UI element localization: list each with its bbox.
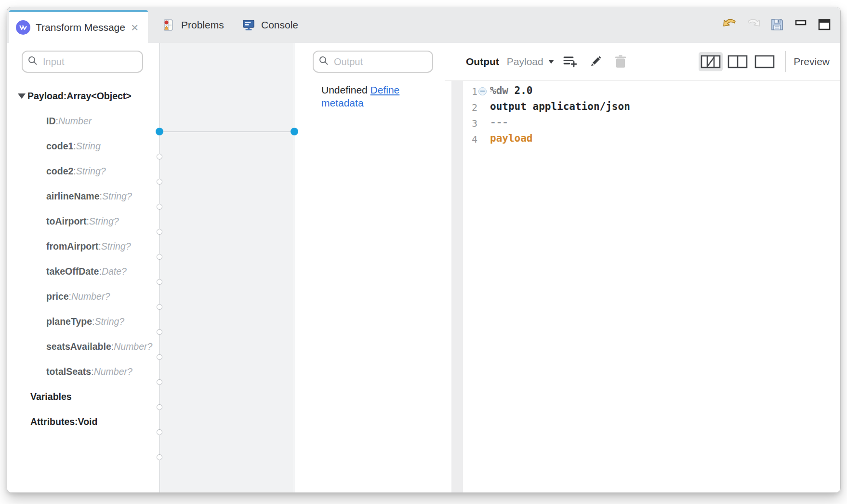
view-toolbar bbox=[722, 15, 833, 34]
field-type: Number? bbox=[71, 291, 110, 302]
field-type: Date? bbox=[102, 266, 127, 277]
tree-row-Payload[interactable]: Payload : Array<Object> bbox=[7, 83, 159, 108]
tab-label: Console bbox=[261, 19, 298, 31]
search-icon bbox=[318, 55, 329, 68]
port-code1[interactable] bbox=[157, 179, 162, 185]
field-name: ID bbox=[46, 116, 56, 127]
tree-row-airlineName[interactable]: airlineName : String? bbox=[7, 184, 159, 209]
edit-pencil-icon[interactable] bbox=[587, 53, 604, 70]
line-number: 2 bbox=[466, 102, 477, 113]
editor-content: Payload : Array<Object>ID : Numbercode1 … bbox=[7, 43, 840, 492]
field-type: Void bbox=[78, 416, 98, 427]
preview-button[interactable]: Preview bbox=[794, 56, 830, 67]
port-ID[interactable] bbox=[157, 154, 162, 159]
layout-two-columns-button[interactable] bbox=[726, 52, 750, 71]
field-type: String? bbox=[101, 241, 131, 252]
connected-port-output[interactable] bbox=[291, 128, 298, 135]
field-name: price bbox=[46, 291, 69, 302]
maximize-icon[interactable] bbox=[816, 16, 833, 33]
code-text: payload bbox=[490, 133, 533, 144]
line-number: 4 bbox=[466, 133, 477, 145]
port-price[interactable] bbox=[157, 329, 162, 335]
code-text: --- bbox=[490, 117, 508, 128]
field-type: Array<Object> bbox=[66, 91, 131, 102]
tree-row-code1[interactable]: code1 : String bbox=[7, 133, 159, 159]
transform-message-icon bbox=[16, 20, 30, 35]
undo-icon[interactable] bbox=[722, 16, 738, 33]
tree-row-ID[interactable]: ID : Number bbox=[7, 108, 159, 133]
port-seatsAvailable[interactable] bbox=[157, 379, 162, 385]
chevron-down-icon[interactable] bbox=[548, 60, 554, 64]
dataweave-code-editor[interactable]: 1%dw 2.02output application/json3---4pay… bbox=[445, 80, 840, 492]
mapping-canvas[interactable] bbox=[159, 43, 294, 492]
port-airlineName[interactable] bbox=[157, 229, 162, 235]
layout-single-pane-button[interactable] bbox=[753, 52, 777, 71]
field-type: Number bbox=[58, 116, 92, 127]
layout-source-and-tree-button[interactable] bbox=[699, 52, 723, 71]
token-plain: output application/json bbox=[490, 101, 630, 112]
tab-console[interactable]: Console bbox=[241, 7, 298, 43]
output-metadata-status: Undefined Define metadata bbox=[321, 83, 411, 109]
line-number: 1 bbox=[466, 86, 477, 97]
port-fromAirport[interactable] bbox=[157, 279, 162, 285]
code-line-3[interactable]: 3--- bbox=[445, 116, 840, 132]
add-transformation-icon[interactable] bbox=[562, 53, 579, 70]
define-metadata-link[interactable]: Define bbox=[371, 84, 400, 95]
field-type: String? bbox=[76, 166, 106, 177]
line-number: 3 bbox=[466, 118, 477, 129]
port-Variables[interactable] bbox=[157, 429, 162, 435]
tree-row-planeType[interactable]: planeType : String? bbox=[7, 309, 159, 334]
define-metadata-link-part2[interactable]: metadata bbox=[321, 97, 364, 108]
tab-transform-message[interactable]: Transform Message × bbox=[9, 10, 148, 43]
input-metadata-tree: Payload : Array<Object>ID : Numbercode1 … bbox=[7, 43, 159, 492]
field-name: takeOffDate bbox=[46, 266, 99, 277]
field-name: airlineName bbox=[46, 191, 100, 202]
port-toAirport[interactable] bbox=[157, 254, 162, 260]
save-icon[interactable] bbox=[769, 16, 785, 33]
tree-row-takeOffDate[interactable]: takeOffDate : Date? bbox=[7, 259, 159, 284]
tree-row-Variables[interactable]: Variables bbox=[7, 384, 159, 409]
tree-row-toAirport[interactable]: toAirport : String? bbox=[7, 209, 159, 234]
output-search-box[interactable] bbox=[313, 51, 433, 73]
output-panel: Undefined Define metadata bbox=[294, 43, 445, 492]
field-name: code2 bbox=[46, 166, 73, 177]
editor-toolbar: Output Payload bbox=[445, 43, 840, 80]
port-Attributes[interactable] bbox=[157, 454, 162, 460]
field-name: Variables bbox=[30, 391, 72, 402]
editor-toolbar-right: Preview bbox=[696, 51, 830, 72]
minimize-icon[interactable] bbox=[793, 16, 809, 33]
output-search-field[interactable] bbox=[333, 56, 427, 68]
tab-label: Problems bbox=[181, 19, 224, 31]
code-line-1[interactable]: 1%dw 2.0 bbox=[445, 84, 840, 100]
field-name: planeType bbox=[46, 316, 92, 327]
output-label: Output bbox=[466, 56, 499, 67]
delete-trash-icon[interactable] bbox=[612, 53, 629, 70]
problems-icon bbox=[161, 18, 176, 32]
port-planeType[interactable] bbox=[157, 354, 162, 360]
tree-expand-icon[interactable] bbox=[18, 93, 26, 99]
target-dropdown[interactable]: Payload bbox=[507, 56, 543, 67]
undefined-label: Undefined bbox=[321, 84, 368, 95]
tree-row-Attributes[interactable]: Attributes : Void bbox=[7, 409, 159, 434]
field-name: toAirport bbox=[46, 216, 86, 227]
close-icon[interactable]: × bbox=[131, 21, 138, 34]
token-separator: --- bbox=[490, 117, 508, 128]
tab-label: Transform Message bbox=[36, 22, 125, 33]
port-code2[interactable] bbox=[157, 204, 162, 210]
tab-problems[interactable]: Problems bbox=[161, 7, 224, 43]
code-line-2[interactable]: 2output application/json bbox=[445, 100, 840, 116]
code-line-4[interactable]: 4payload bbox=[445, 132, 840, 148]
redo-icon[interactable] bbox=[745, 16, 762, 33]
tree-row-seatsAvailable[interactable]: seatsAvailable : Number? bbox=[7, 334, 159, 359]
field-name: seatsAvailable bbox=[46, 341, 111, 352]
tree-row-fromAirport[interactable]: fromAirport : String? bbox=[7, 234, 159, 259]
port-totalSeats[interactable] bbox=[157, 404, 162, 410]
fold-collapse-icon[interactable] bbox=[478, 87, 487, 95]
field-type: String? bbox=[94, 316, 124, 327]
tree-row-price[interactable]: price : Number? bbox=[7, 284, 159, 309]
tree-row-totalSeats[interactable]: totalSeats : Number? bbox=[7, 359, 159, 384]
field-name: fromAirport bbox=[46, 241, 98, 252]
port-takeOffDate[interactable] bbox=[157, 304, 162, 310]
tree-row-code2[interactable]: code2 : String? bbox=[7, 159, 159, 184]
connected-port-Payload[interactable] bbox=[156, 128, 163, 135]
